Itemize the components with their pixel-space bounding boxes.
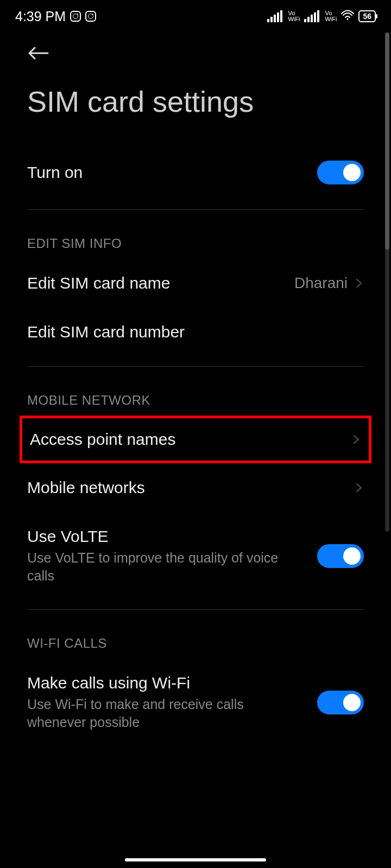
wifi-calls-header: WI-FI CALLS bbox=[27, 620, 364, 659]
mobile-networks-label: Mobile networks bbox=[27, 478, 354, 497]
status-left: 4:39 PM bbox=[15, 9, 96, 24]
vowifi-icon: VoWiFi bbox=[288, 10, 300, 22]
wifi-calls-toggle[interactable] bbox=[317, 691, 364, 714]
status-time: 4:39 PM bbox=[15, 9, 66, 24]
edit-sim-name-label: Edit SIM card name bbox=[27, 274, 294, 292]
volte-toggle[interactable] bbox=[317, 544, 364, 568]
status-right: VoWiFi VoWiFi 56 bbox=[267, 9, 376, 24]
home-indicator[interactable] bbox=[125, 858, 266, 861]
settings-list: Turn on EDIT SIM INFO Edit SIM card name… bbox=[0, 145, 391, 746]
wifi-calls-subtitle: Use Wi-Fi to make and receive calls when… bbox=[27, 695, 306, 731]
back-arrow-icon bbox=[27, 46, 49, 61]
instagram-icon bbox=[70, 11, 81, 22]
signal-icon bbox=[304, 10, 319, 22]
divider bbox=[27, 366, 364, 367]
divider bbox=[27, 609, 364, 610]
battery-icon: 56 bbox=[358, 10, 376, 22]
edit-sim-number-label: Edit SIM card number bbox=[27, 323, 364, 341]
scrollbar[interactable] bbox=[385, 33, 389, 532]
wifi-icon bbox=[341, 9, 354, 24]
battery-level: 56 bbox=[363, 12, 371, 21]
svg-point-0 bbox=[347, 18, 349, 20]
turn-on-toggle[interactable] bbox=[317, 161, 364, 184]
edit-sim-name-value: Dharani bbox=[294, 275, 348, 292]
volte-item[interactable]: Use VoLTE Use VoLTE to improve the quali… bbox=[27, 512, 364, 599]
back-button[interactable] bbox=[0, 30, 391, 74]
wifi-calls-label: Make calls using Wi-Fi bbox=[27, 674, 306, 692]
page-title: SIM card settings bbox=[0, 74, 391, 145]
mobile-networks-item[interactable]: Mobile networks bbox=[27, 463, 364, 512]
status-bar: 4:39 PM VoWiFi VoWiFi 56 bbox=[0, 0, 391, 30]
apn-label: Access point names bbox=[30, 430, 351, 449]
turn-on-label: Turn on bbox=[27, 163, 317, 182]
divider bbox=[27, 209, 364, 210]
wifi-calls-item[interactable]: Make calls using Wi-Fi Use Wi-Fi to make… bbox=[27, 659, 364, 746]
signal-icon bbox=[267, 10, 282, 22]
chevron-right-icon bbox=[354, 483, 364, 493]
instagram-icon bbox=[85, 11, 96, 22]
mobile-network-header: MOBILE NETWORK bbox=[27, 376, 364, 416]
volte-label: Use VoLTE bbox=[27, 527, 306, 546]
edit-sim-header: EDIT SIM INFO bbox=[27, 220, 364, 259]
chevron-right-icon bbox=[351, 435, 361, 444]
turn-on-item[interactable]: Turn on bbox=[27, 145, 364, 200]
edit-sim-number-item[interactable]: Edit SIM card number bbox=[27, 308, 364, 356]
chevron-right-icon bbox=[354, 278, 364, 288]
apn-item[interactable]: Access point names bbox=[20, 416, 371, 463]
scrollbar-thumb[interactable] bbox=[385, 33, 389, 250]
edit-sim-name-item[interactable]: Edit SIM card name Dharani bbox=[27, 259, 364, 308]
volte-subtitle: Use VoLTE to improve the quality of voic… bbox=[27, 549, 306, 584]
vowifi-icon: VoWiFi bbox=[325, 10, 337, 22]
